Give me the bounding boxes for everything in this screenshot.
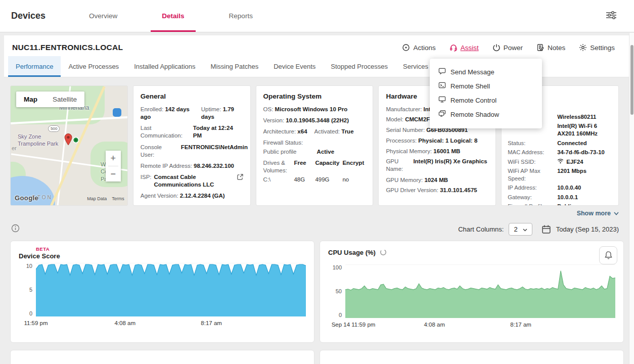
os-card-title: Operating System [263,92,366,101]
partial-chart-card [320,350,624,364]
alert-bell-button[interactable] [599,246,617,264]
page: Devices Overview Details Reports NUC11.F… [0,0,634,364]
ip-address-value: 10.0.0.40 [557,184,612,192]
date-range-label[interactable]: Today (Sep 15, 2023) [556,225,619,233]
agent-version-field: Agent Version: 2.12.4.2284 (GA) [141,192,243,200]
network-type1-value: Wireless80211 [557,113,612,121]
scrollbar-thumb[interactable] [630,45,633,115]
google-logo[interactable]: Google [15,194,38,202]
chart-columns-select[interactable]: 2 [509,223,532,236]
map-data-link[interactable]: Map Data [87,196,107,202]
gpu-name-label: GPU Name: [386,158,409,173]
filter-icon[interactable] [606,11,623,21]
charts-row: BETA Device Score 10 5 0 11:59 pm 4:08 a… [10,241,624,343]
refresh-spinner-icon[interactable] [380,249,387,256]
y-tick: 0 [339,312,342,318]
map-marker-blue[interactable] [113,108,121,117]
remote-ip-label: Remote IP Address: [141,163,192,169]
device-name: NUC11.FENTRONICS.LOCAL [12,43,123,52]
gear-icon [579,43,587,52]
show-more-label: Show more [577,210,611,217]
firewall-profile-row: Firewall Profile: Public [508,203,612,206]
tab-device-events[interactable]: Device Events [266,56,323,77]
wifi-ap-speed-label: WiFi AP Max Speed: [508,167,554,183]
activated-value: True [341,128,353,134]
menu-item-remote-shell[interactable]: Remote Shell [430,79,542,93]
agent-version-label: Agent Version: [141,193,178,199]
actions-target-icon [402,43,410,52]
gpu-driver-field: GPU Driver Version: 31.0.101.4575 [386,187,488,194]
tab-details[interactable]: Details [140,0,206,32]
processors-value: Physical: 1 Logical: 8 [418,138,477,144]
top-bar: Devices Overview Details Reports [0,0,634,32]
isp-label: ISP: [141,173,152,189]
drives-volumes-label: Drives & Volumes: [263,159,292,174]
map-footer: Map Data Terms [87,196,124,202]
processors-field: Processors: Physical: 1 Logical: 8 [386,137,488,145]
tab-performance[interactable]: Performance [8,56,61,77]
firewall-profile-name: Public profile [263,148,317,156]
beta-badge: BETA [19,246,306,252]
map-pin-red[interactable] [63,132,73,148]
tab-missing-patches[interactable]: Missing Patches [203,56,266,77]
zoom-out-button[interactable]: − [106,166,121,181]
activated-label: Activated: [314,128,340,134]
map-label-sky-zone-line1: Sky Zone [18,133,58,141]
model-label: Model: [386,116,403,122]
y-tick: 50 [336,288,342,294]
os-value: Microsoft Windows 10 Pro [275,106,348,112]
architecture-value: x64 [297,128,307,134]
agent-version-value: 2.12.4.2284 (GA) [180,193,225,199]
mac-address-row: MAC Address: 34-7d-f6-db-73-10 [508,149,612,156]
gateway-row: Gateway: 10.0.0.1 [508,194,612,201]
os-version-field: Version: 10.0.19045.3448 (22H2) [263,117,366,124]
general-card: General Enrolled: 142 days ago Uptime: 1… [133,85,251,206]
cpu-usage-body: 100 50 0 [328,264,615,318]
calendar-icon[interactable] [541,224,551,234]
tab-active-processes[interactable]: Active Processes [61,56,126,77]
menu-item-remote-control[interactable]: Remote Control [430,93,542,107]
satellite-view-button[interactable]: Satellite [45,92,84,107]
menu-item-send-message[interactable]: Send Message [430,65,542,79]
map-terms-link[interactable]: Terms [112,196,124,202]
tab-stopped-processes[interactable]: Stopped Processes [323,56,395,77]
power-icon [492,43,501,52]
zoom-in-button[interactable]: + [106,151,121,166]
activated-field: Activated: True [314,128,354,135]
status-value: Connected [557,140,612,147]
external-link-icon[interactable] [237,173,243,182]
show-more-link[interactable]: Show more [577,210,619,217]
cpu-usage-title: CPU Usage (%) [328,249,376,256]
alias-value: Intel(R) Wi-Fi 6 AX201 160MHz [557,122,612,138]
assist-button[interactable]: Assist [449,43,479,52]
firewall-status-label-row: Firewall Status: [263,139,366,147]
uptime-label: Uptime: [201,106,221,112]
tab-overview[interactable]: Overview [67,0,140,32]
settings-button[interactable]: Settings [579,43,615,52]
menu-item-remote-shadow[interactable]: Remote Shadow [430,107,542,121]
actions-button[interactable]: Actions [402,43,435,52]
map-street-fragment-left: er [12,145,17,152]
uptime-field: Uptime: 1.79 days [201,106,243,121]
gpu-name-field: GPU Name: Intel(R) Iris(R) Xe Graphics [386,158,488,173]
enrolled-label: Enrolled: [141,106,163,112]
y-tick: 100 [333,264,342,270]
map-pin-green[interactable] [72,136,79,146]
y-tick: 5 [29,287,32,293]
page-scrollbar[interactable] [629,33,634,364]
map-view-button[interactable]: Map [16,92,45,107]
tab-installed-applications[interactable]: Installed Applications [126,56,203,77]
power-button[interactable]: Power [492,43,523,52]
gateway-label: Gateway: [508,194,554,201]
status-label: Status: [508,140,554,147]
wifi-ap-speed-value: 1201 Mbps [557,167,612,183]
chart-columns-value: 2 [514,225,517,233]
remote-ip-field: Remote IP Address: 98.246.232.100 [141,162,243,170]
notes-button[interactable]: Notes [536,43,565,52]
info-icon[interactable] [11,224,20,235]
tab-reports[interactable]: Reports [207,0,275,32]
x-tick: 8:17 am [201,320,222,326]
drives-header-free: Free [294,159,313,174]
ip-address-label: IP Address: [508,184,554,192]
device-score-chart [36,263,306,316]
